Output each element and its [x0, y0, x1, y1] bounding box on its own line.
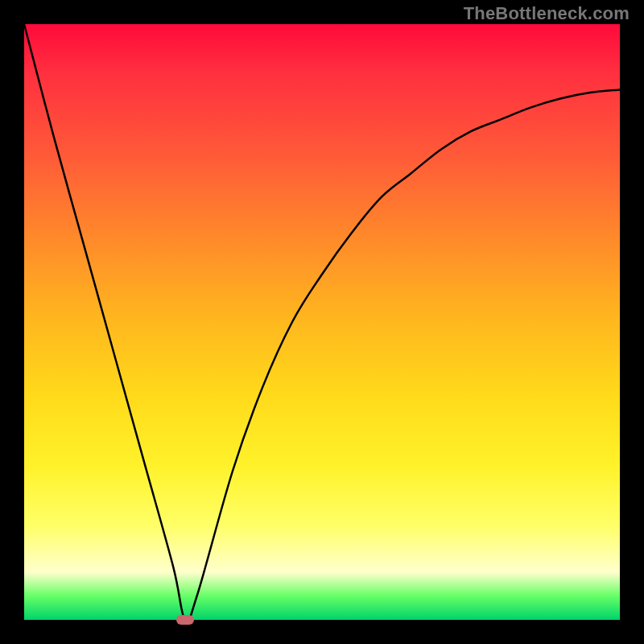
bottleneck-curve	[24, 24, 620, 620]
chart-frame: TheBottleneck.com	[0, 0, 644, 644]
watermark-text: TheBottleneck.com	[464, 3, 630, 24]
optimal-point-marker	[176, 615, 194, 625]
